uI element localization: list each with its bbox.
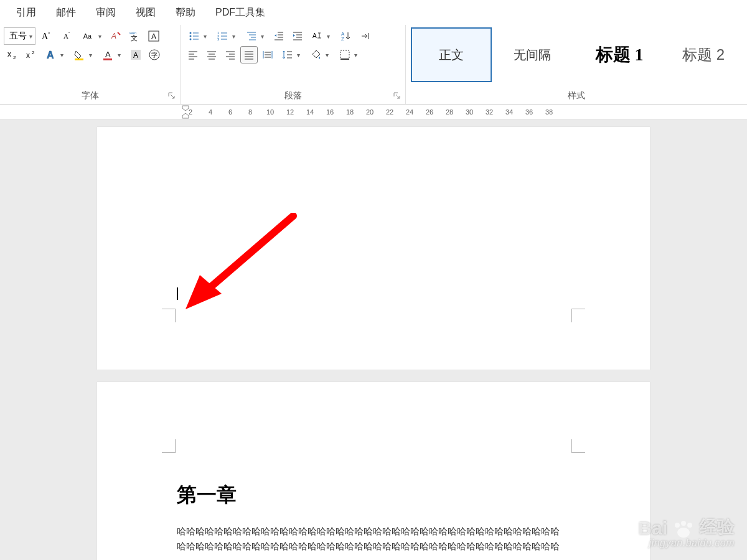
font-group: 五号 ▾ A^ Aˇ Aa▾ A wén文 (0, 25, 181, 104)
ribbon: 五号 ▾ A^ Aˇ Aa▾ A wén文 (0, 25, 747, 105)
svg-text:x: x (7, 50, 11, 58)
svg-text:A: A (151, 32, 156, 41)
char-border-button[interactable]: A (145, 27, 162, 45)
ruler-tick: 20 (360, 108, 380, 116)
ruler-tick: 32 (479, 108, 499, 116)
menu-mail[interactable]: 邮件 (47, 1, 85, 24)
menu-pdf-tools[interactable]: PDF工具集 (207, 1, 274, 24)
svg-text:A: A (63, 32, 68, 40)
highlight-button[interactable]: ▾ (70, 46, 97, 63)
svg-text:A: A (111, 32, 116, 40)
ruler-tick: 24 (400, 108, 420, 116)
chevron-down-icon: ▾ (295, 52, 301, 58)
change-case-button[interactable]: Aa▾ (79, 27, 106, 45)
asian-layout-button[interactable]: A▾ (308, 27, 335, 45)
svg-rect-8 (149, 31, 159, 41)
svg-text:文: 文 (131, 34, 138, 42)
ruler-tick: 36 (519, 108, 539, 116)
menu-help[interactable]: 帮助 (167, 1, 204, 24)
svg-text:2: 2 (13, 55, 16, 60)
numbering-button[interactable]: 123▾ (213, 27, 240, 45)
svg-point-79 (687, 523, 692, 528)
heading-text[interactable]: 第一章 (177, 482, 237, 509)
ruler-tick: 4 (200, 108, 220, 116)
svg-text:A: A (312, 32, 317, 39)
align-center-button[interactable] (203, 46, 220, 63)
grow-font-button[interactable]: A^ (37, 27, 57, 45)
document-area[interactable]: 第一章 哈哈哈哈哈哈哈哈哈哈哈哈哈哈哈哈哈哈哈哈哈哈哈哈哈哈哈哈哈哈哈哈哈哈哈哈… (0, 119, 747, 560)
align-right-button[interactable] (222, 46, 239, 63)
svg-text:^: ^ (48, 31, 50, 35)
font-group-label: 字体 (4, 86, 176, 104)
svg-text:2: 2 (32, 50, 35, 55)
decrease-indent-button[interactable] (270, 27, 288, 45)
text-effects-button[interactable]: A▾ (41, 46, 68, 63)
body-text[interactable]: 哈哈哈哈哈哈哈哈哈哈哈哈哈哈哈哈哈哈哈哈哈哈哈哈哈哈哈哈哈哈哈哈哈哈哈哈哈哈哈哈… (177, 524, 581, 554)
svg-text:Aa: Aa (83, 32, 92, 40)
superscript-button[interactable]: x2 (22, 46, 40, 63)
shading-button[interactable]: ▾ (306, 46, 334, 63)
style-heading2[interactable]: 标题 2 (666, 27, 741, 82)
subscript-button[interactable]: x2 (4, 46, 21, 63)
margin-corner-icon (162, 439, 176, 453)
svg-rect-73 (341, 50, 349, 59)
align-left-button[interactable] (184, 46, 202, 63)
menu-review[interactable]: 审阅 (87, 1, 125, 24)
ruler-tick: 16 (320, 108, 340, 116)
ruler[interactable]: 2468101214161820222426283032343638 (0, 105, 747, 119)
page-1[interactable] (97, 127, 650, 370)
phonetic-guide-button[interactable]: wén文 (126, 27, 144, 45)
font-size-select[interactable]: 五号 ▾ (4, 27, 35, 45)
body-line: 哈哈哈哈哈哈哈哈哈哈哈哈哈哈哈哈哈哈哈哈哈哈哈哈哈哈哈哈哈哈哈哈哈哈哈哈哈哈哈哈… (177, 524, 581, 539)
margin-corner-icon (571, 309, 585, 322)
shrink-font-button[interactable]: Aˇ (58, 27, 78, 45)
styles-gallery: 正文 无间隔 标题 1 标题 2 (411, 27, 742, 82)
ruler-tick: 10 (260, 108, 280, 116)
watermark: Bai 经验 jingyan.baidu.com (638, 515, 735, 549)
ruler-tick: 22 (380, 108, 400, 116)
distribute-button[interactable] (259, 46, 276, 63)
enclose-char-button[interactable]: 字 (146, 46, 163, 63)
font-color-button[interactable]: A▾ (98, 46, 126, 63)
chevron-down-icon: ▾ (202, 33, 208, 40)
svg-point-20 (149, 50, 159, 60)
ruler-tick: 12 (280, 108, 300, 116)
svg-point-22 (190, 32, 192, 34)
chevron-down-icon: ▾ (29, 33, 32, 40)
svg-text:字: 字 (151, 52, 157, 58)
style-normal[interactable]: 正文 (411, 27, 492, 82)
style-heading1[interactable]: 标题 1 (573, 27, 666, 82)
margin-corner-icon (162, 309, 176, 322)
ruler-tick: 28 (439, 108, 459, 116)
style-no-spacing[interactable]: 无间隔 (492, 27, 573, 82)
borders-button[interactable]: ▾ (335, 46, 362, 63)
menu-references[interactable]: 引用 (7, 1, 45, 24)
increase-indent-button[interactable] (289, 27, 306, 45)
paragraph-dialog-launcher[interactable] (393, 91, 402, 100)
clear-format-button[interactable]: A (108, 27, 125, 45)
text-cursor (177, 287, 178, 300)
svg-point-78 (681, 521, 686, 526)
chevron-down-icon: ▾ (259, 33, 265, 40)
font-size-value: 五号 (9, 30, 27, 42)
ruler-tick: 6 (220, 108, 240, 116)
page-2[interactable]: 第一章 哈哈哈哈哈哈哈哈哈哈哈哈哈哈哈哈哈哈哈哈哈哈哈哈哈哈哈哈哈哈哈哈哈哈哈哈… (97, 382, 650, 560)
multilevel-list-button[interactable]: ▾ (242, 27, 269, 45)
paragraph-group: ▾ 123▾ ▾ A▾ AZ ▾ ▾ ▾ 段落 (181, 25, 406, 104)
ruler-tick: 18 (340, 108, 360, 116)
watermark-brand-right: 经验 (700, 515, 735, 539)
sort-button[interactable]: AZ (336, 27, 356, 45)
paragraph-group-label: 段落 (184, 86, 402, 104)
char-shading-button[interactable]: A (127, 46, 144, 63)
font-dialog-launcher[interactable] (167, 91, 176, 100)
ruler-tick: 8 (240, 108, 260, 116)
svg-point-77 (675, 523, 680, 528)
bullets-button[interactable]: ▾ (184, 27, 212, 45)
menu-bar: 引用 邮件 审阅 视图 帮助 PDF工具集 (0, 0, 747, 25)
paw-icon (671, 520, 696, 539)
show-marks-button[interactable] (357, 27, 375, 45)
chevron-down-icon: ▾ (59, 52, 65, 58)
line-spacing-button[interactable]: ▾ (278, 46, 305, 63)
justify-button[interactable] (240, 46, 258, 63)
menu-view[interactable]: 视图 (127, 1, 164, 24)
